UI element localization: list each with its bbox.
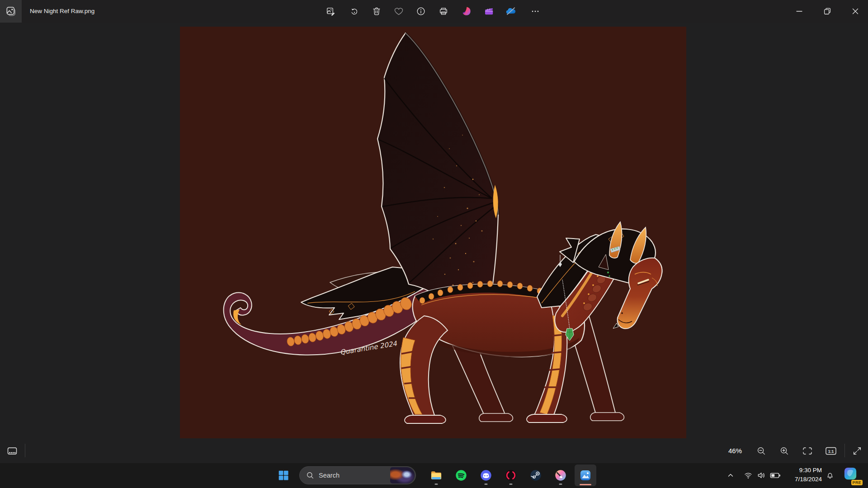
clock-time: 9:30 PM bbox=[782, 466, 822, 475]
notification-bell-icon bbox=[826, 471, 835, 480]
volume-tray-button[interactable] bbox=[755, 465, 768, 486]
favorite-button[interactable] bbox=[390, 2, 408, 20]
running-indicator bbox=[509, 483, 513, 485]
krita-icon bbox=[554, 469, 567, 482]
taskbar-search[interactable]: Search bbox=[299, 466, 416, 484]
actual-size-icon: 1:1 bbox=[825, 446, 837, 456]
zoom-in-icon bbox=[779, 446, 789, 456]
svg-text:1:1: 1:1 bbox=[828, 449, 834, 454]
chevron-up-icon bbox=[727, 472, 734, 479]
photos-taskbar-icon bbox=[579, 469, 592, 482]
notification-center-button[interactable] bbox=[824, 465, 836, 486]
zoom-out-button[interactable] bbox=[753, 442, 770, 460]
active-indicator bbox=[580, 484, 591, 485]
wifi-tray-button[interactable] bbox=[742, 465, 755, 486]
start-button[interactable] bbox=[273, 465, 294, 486]
fit-to-window-button[interactable] bbox=[799, 442, 816, 460]
favorite-heart-icon bbox=[394, 6, 404, 16]
artwork-image[interactable]: Quarantine 2024 bbox=[180, 27, 686, 438]
statusbar-divider bbox=[25, 444, 25, 457]
zoom-in-button[interactable] bbox=[776, 442, 793, 460]
photos-app-icon bbox=[5, 5, 17, 17]
app-menu-button[interactable] bbox=[0, 0, 22, 23]
more-ellipsis-icon bbox=[530, 6, 540, 16]
edit-image-button[interactable] bbox=[322, 2, 340, 20]
wifi-icon bbox=[744, 471, 753, 480]
fullscreen-icon bbox=[852, 446, 862, 456]
taskbar-clock[interactable]: 9:30 PM 7/18/2024 bbox=[782, 466, 822, 485]
copilot-icon bbox=[844, 467, 857, 480]
clipchamp-icon bbox=[483, 6, 494, 17]
taskbar-spotify[interactable] bbox=[451, 465, 471, 486]
restore-icon bbox=[822, 6, 832, 16]
actual-size-button[interactable]: 1:1 bbox=[822, 442, 840, 460]
titlebar: New Night Ref Raw.png bbox=[0, 0, 868, 23]
statusbar-divider-2 bbox=[844, 444, 845, 457]
running-indicator bbox=[435, 483, 438, 485]
info-icon bbox=[416, 6, 426, 16]
battery-tray-button[interactable] bbox=[768, 465, 783, 486]
search-highlight-thumbnail[interactable] bbox=[390, 467, 415, 483]
restore-button[interactable] bbox=[817, 0, 838, 23]
volume-icon bbox=[757, 471, 766, 480]
spotify-icon bbox=[455, 469, 467, 482]
close-button[interactable] bbox=[845, 0, 866, 23]
clipchamp-button[interactable] bbox=[480, 2, 498, 20]
minimize-icon bbox=[794, 6, 804, 16]
zoom-level-value: 46% bbox=[724, 442, 746, 460]
fullscreen-button[interactable] bbox=[849, 442, 866, 460]
image-viewer-canvas[interactable]: Quarantine 2024 bbox=[0, 23, 868, 438]
battery-icon bbox=[770, 471, 781, 480]
print-button[interactable] bbox=[434, 2, 453, 20]
clock-date: 7/18/2024 bbox=[782, 475, 822, 484]
discord-icon bbox=[480, 469, 492, 482]
delete-button[interactable] bbox=[368, 2, 386, 20]
taskbar-opera-gx[interactable] bbox=[501, 465, 521, 486]
zoom-out-icon bbox=[756, 446, 766, 456]
dragon-artwork: Quarantine 2024 bbox=[180, 27, 686, 438]
taskbar-discord[interactable] bbox=[476, 465, 496, 486]
onedrive-slash-icon bbox=[505, 5, 517, 17]
file-explorer-icon bbox=[430, 469, 443, 482]
edit-image-icon bbox=[326, 6, 336, 16]
copilot-pre-badge: PRE bbox=[851, 480, 863, 485]
onedrive-button[interactable] bbox=[502, 2, 520, 20]
filmstrip-icon bbox=[7, 446, 18, 456]
hidden-icons-button[interactable] bbox=[724, 465, 737, 486]
taskbar-krita[interactable] bbox=[551, 465, 571, 486]
rotate-button[interactable] bbox=[345, 2, 363, 20]
rotate-icon bbox=[349, 6, 359, 16]
opera-gx-icon bbox=[505, 469, 517, 482]
more-button[interactable] bbox=[526, 2, 544, 20]
taskbar-photos-active[interactable] bbox=[575, 465, 596, 486]
designer-button[interactable] bbox=[458, 2, 476, 20]
steam-icon bbox=[529, 469, 542, 482]
copilot-preview-button[interactable]: PRE bbox=[843, 466, 862, 486]
photos-app-window: New Night Ref Raw.png bbox=[0, 0, 868, 488]
running-indicator bbox=[485, 483, 488, 485]
delete-icon bbox=[372, 6, 382, 16]
minimize-button[interactable] bbox=[789, 0, 810, 23]
search-icon bbox=[306, 471, 314, 479]
windows-taskbar: Search bbox=[0, 463, 868, 488]
designer-icon bbox=[461, 6, 472, 17]
window-title: New Night Ref Raw.png bbox=[30, 0, 94, 23]
search-placeholder: Search bbox=[319, 472, 389, 479]
taskbar-steam[interactable] bbox=[526, 465, 546, 486]
info-button[interactable] bbox=[412, 2, 430, 20]
running-indicator bbox=[559, 483, 562, 485]
windows-start-icon bbox=[278, 469, 289, 481]
print-icon bbox=[439, 6, 448, 16]
filmstrip-toggle-button[interactable] bbox=[4, 442, 21, 460]
close-icon bbox=[850, 6, 860, 16]
taskbar-file-explorer[interactable] bbox=[426, 465, 446, 486]
viewer-statusbar: 46% 1:1 bbox=[0, 438, 868, 463]
fit-to-window-icon bbox=[802, 446, 813, 456]
